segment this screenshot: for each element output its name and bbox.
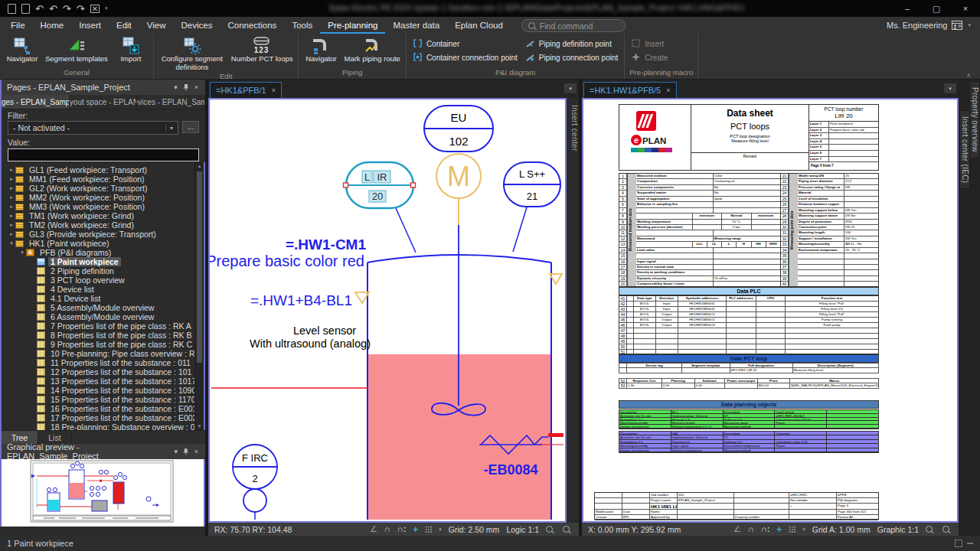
- menu-item-file[interactable]: File: [3, 17, 33, 34]
- navigator-button[interactable]: Navigator: [301, 35, 341, 64]
- minimize-button[interactable]: –: [893, 0, 922, 17]
- tree-item-10-pre-planning-pipe[interactable]: 10 Pre-planning: Pipe class overview : R…: [2, 349, 204, 358]
- maximize-button[interactable]: ▢: [922, 0, 951, 17]
- tree-item-6-assembly-module-over[interactable]: 6 Assembly/Module overview: [2, 312, 204, 321]
- new-page-icon[interactable]: [8, 4, 16, 14]
- ds-move-snap-icon[interactable]: +: [776, 525, 782, 534]
- tree-item-tm1-work-workpiece-g[interactable]: ▸TM1 (Work workpiece: Grind): [2, 211, 204, 220]
- tree-item-9-properties-list-of-t[interactable]: 9 Properties list of the pipe class : RK…: [2, 340, 204, 349]
- menu-item-edit[interactable]: Edit: [109, 17, 139, 34]
- zoom-area-icon[interactable]: [563, 526, 570, 533]
- instrument-ls-21[interactable]: L S++ 21: [504, 162, 560, 252]
- tree-item-5-assembly-module-over[interactable]: 5 Assembly/Module overview: [2, 303, 204, 312]
- close-button[interactable]: ×: [951, 0, 980, 17]
- cm-description[interactable]: Prepare basic color red: [210, 253, 364, 269]
- selection-handle-right[interactable]: [411, 183, 416, 187]
- redo-icon[interactable]: ↷: [63, 3, 71, 15]
- datasheet-tab-list-dropdown-icon[interactable]: ▾: [944, 83, 956, 93]
- tree-item-16-properties-list-of[interactable]: 16 Properties list of the substance : E0…: [2, 404, 204, 413]
- tree-item-18-pre-planning-subst[interactable]: 18 Pre-planning: Substance overview : 01…: [2, 422, 204, 430]
- tree-item-3-pct-loop-overview[interactable]: 3 PCT loop overview: [2, 276, 204, 285]
- angle-snap-icon[interactable]: ∠: [370, 525, 377, 533]
- status-resize-grip-icon[interactable]: [967, 543, 973, 544]
- ds-angle-snap-icon[interactable]: ∠: [733, 525, 741, 533]
- scroll-down-icon[interactable]: ▼: [195, 422, 204, 430]
- user-account-area[interactable]: Ms. Engineering ▾: [887, 17, 980, 34]
- selection-handle-left[interactable]: [344, 183, 348, 187]
- tree-item-hk1-paint-workpiece[interactable]: ▾HK1 (Paint workpiece): [2, 239, 204, 248]
- graphical-preview[interactable]: [0, 459, 205, 527]
- grid-dropdown-icon[interactable]: ▾: [439, 527, 442, 533]
- undo-history-icon[interactable]: ↶: [49, 3, 57, 15]
- filter-select[interactable]: - Not activated - ▾: [8, 121, 178, 135]
- ds-grid-toggle-icon[interactable]: [789, 526, 795, 533]
- menu-item-master-data[interactable]: Master data: [385, 17, 447, 34]
- container-connection-point-button[interactable]: Container connection point: [413, 52, 518, 64]
- tree-item-mm3-work-workpiece-p[interactable]: ▸MM3 (Work workpiece: Position): [2, 202, 204, 211]
- tree-item-gl2-work-workpiece-t[interactable]: ▸GL2 (Work workpiece: Transport): [2, 184, 204, 193]
- tree-expander-icon[interactable]: ▸: [8, 231, 15, 237]
- navigator-tab-layout-space-eplan[interactable]: Layout space - EPLAN...: [70, 95, 138, 109]
- menu-item-connections[interactable]: Connections: [220, 17, 284, 34]
- scrollbar-thumb[interactable]: [197, 171, 202, 363]
- tree-item-4-1-device-list[interactable]: 4.1 Device list: [2, 294, 204, 303]
- filter-more-button[interactable]: ...: [182, 121, 199, 133]
- bl-device-tag[interactable]: =.HW1+B4-BL1: [250, 292, 352, 308]
- datasheet-canvas[interactable]: e PLAN Data sheet PCT loops PCT loop des…: [582, 98, 959, 523]
- menu-item-home[interactable]: Home: [33, 17, 72, 34]
- preview-pin-icon[interactable]: [183, 448, 189, 455]
- tree-item-8-properties-list-of-t[interactable]: 8 Properties list of the pipe class : RK…: [2, 331, 204, 340]
- grid-toggle-icon[interactable]: [425, 526, 432, 533]
- import-button[interactable]: Import: [111, 35, 151, 64]
- panel-menu-icon[interactable]: ▾: [172, 83, 179, 91]
- cm-device-tag[interactable]: =.HW1-CM1: [286, 236, 366, 253]
- status-corner-icon[interactable]: [955, 540, 962, 547]
- datasheet-scale-mode[interactable]: Graphic 1:1: [877, 525, 919, 534]
- menu-item-view[interactable]: View: [139, 17, 174, 34]
- tree-item-4-device-list[interactable]: 4 Device list: [2, 285, 204, 294]
- pid-scale-mode[interactable]: Logic 1:1: [506, 525, 539, 534]
- tree-expander-icon[interactable]: ▸: [8, 222, 15, 228]
- sensor-note-line1[interactable]: Level sensor: [293, 324, 356, 337]
- heater-tag-text[interactable]: -EB0084: [483, 462, 537, 478]
- navigator-button[interactable]: Navigator: [2, 35, 42, 64]
- tree-item-2-piping-definition[interactable]: 2 Piping definition: [2, 266, 204, 276]
- pid-grid-size[interactable]: Grid: 2.50 mm: [449, 525, 500, 534]
- tree-item-pfb-p-i-diagrams[interactable]: ▾&PFB (P&I diagrams): [2, 248, 204, 257]
- number-pct-loops-button[interactable]: 123Number PCT loops: [228, 35, 296, 64]
- tree-item-mm2-work-workpiece-p[interactable]: ▸MM2 (Work workpiece: Position): [2, 193, 204, 202]
- tab-datasheet-page[interactable]: =HK1.HW1&PFB/5 ×: [583, 82, 677, 98]
- move-snap-icon[interactable]: +: [413, 525, 418, 534]
- tree-item-17-properties-list-of[interactable]: 17 Properties list of the substance : E0…: [2, 413, 204, 422]
- tree-item-7-properties-list-of-t[interactable]: 7 Properties list of the pipe class : RK…: [2, 321, 204, 331]
- preview-close-icon[interactable]: ×: [193, 448, 200, 455]
- tank-top[interactable]: [368, 255, 551, 262]
- menu-item-tools[interactable]: Tools: [284, 17, 320, 34]
- redo-history-icon[interactable]: ↷: [77, 3, 85, 15]
- object-snap-icon[interactable]: ∩: [384, 525, 390, 533]
- qat-dropdown-icon[interactable]: ▾: [105, 5, 108, 11]
- ds-grid-dropdown-icon[interactable]: ▾: [802, 527, 805, 533]
- find-command-box[interactable]: Find command: [521, 19, 626, 32]
- tab-pid-page[interactable]: =HK1&PFB/1 ×: [210, 82, 282, 98]
- tree-scrollbar[interactable]: ▲ ▼: [194, 162, 204, 430]
- tree-expander-icon[interactable]: ▸: [8, 213, 15, 219]
- preview-menu-icon[interactable]: ▾: [173, 448, 180, 455]
- tree-expander-icon[interactable]: ▾: [8, 240, 15, 246]
- tree-expander-icon[interactable]: ▸: [8, 185, 15, 191]
- insert-center-iec-vertical-tab[interactable]: Insert center (IEC): [959, 110, 970, 189]
- tree-item-mm1-feed-workpiece-p[interactable]: ▸MM1 (Feed workpiece: Position): [2, 174, 204, 184]
- zoom-in-icon[interactable]: [546, 526, 553, 533]
- piping-connection-point-button[interactable]: Piping connection point: [525, 52, 618, 64]
- motor-symbol[interactable]: M: [436, 154, 481, 198]
- menu-item-insert[interactable]: Insert: [71, 17, 109, 34]
- panel-close-icon[interactable]: ×: [193, 83, 200, 91]
- tree-expander-icon[interactable]: ▸: [8, 176, 15, 182]
- tree-item-gl1-feed-workpiece-t[interactable]: ▸GL1 (Feed workpiece: Transport): [2, 165, 204, 174]
- pin-icon[interactable]: [183, 83, 189, 91]
- design-mode-icon[interactable]: ∩:: [397, 525, 407, 533]
- tree-item-gl3-provide-workpiece[interactable]: ▸GL3 (Provide workpiece: Transport): [2, 230, 204, 239]
- insert-center-vertical-tab[interactable]: Insert center: [567, 98, 579, 522]
- instrument-firc-2[interactable]: F IRC 2: [233, 445, 277, 520]
- ds-design-mode-icon[interactable]: ∩:: [761, 525, 770, 533]
